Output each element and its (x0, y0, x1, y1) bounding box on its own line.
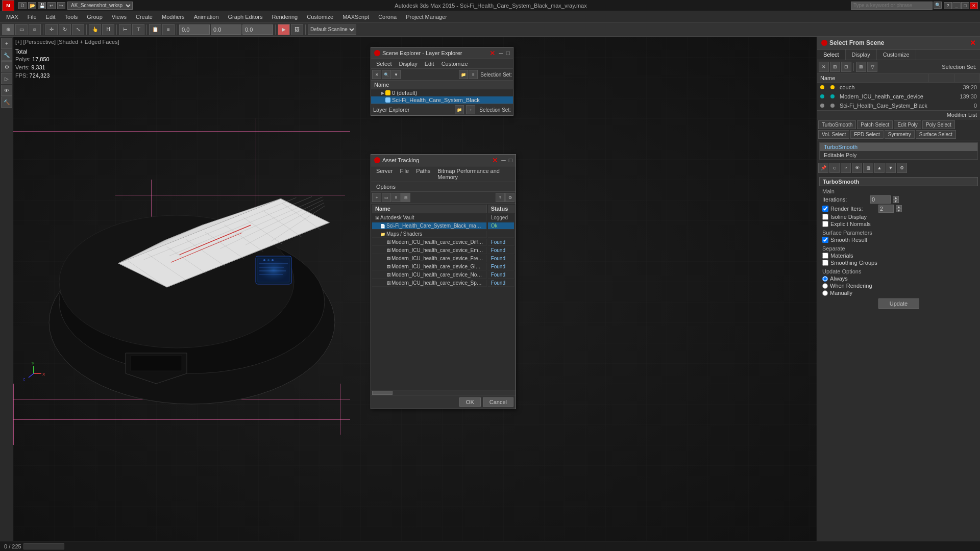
ts-iter-down[interactable]: ▼ (893, 199, 899, 203)
minimize-btn[interactable]: _ (952, 2, 961, 9)
table-row[interactable]: 🏛Autodesk Vault Logged (372, 214, 514, 221)
select-from-scene-btn[interactable]: 👆 (89, 24, 101, 35)
menu-project-manager[interactable]: Project Manager (402, 13, 451, 21)
help-btn[interactable]: ? (944, 2, 952, 9)
at-menu-server[interactable]: Server (373, 167, 396, 181)
mod-pin-btn[interactable]: 📌 (818, 163, 828, 173)
menu-edit[interactable]: Edit (42, 13, 60, 21)
mod-copy-btn[interactable]: C (829, 163, 840, 173)
at-max-btn[interactable]: □ (509, 157, 512, 164)
motion-btn[interactable]: ▷ (1, 73, 12, 84)
menu-file[interactable]: File (23, 13, 41, 21)
poly-select-btn[interactable]: Poly Select (922, 120, 955, 129)
table-row[interactable]: 🖼Modern_ICU_health_care_device_Diffuse..… (372, 239, 514, 246)
select-region-btn[interactable]: ▭ (15, 24, 28, 35)
at-tool4[interactable]: ⊞ (401, 193, 410, 202)
modifier-stack-item-editable-poly[interactable]: Editable Poly (820, 151, 977, 159)
ts-update-button[interactable]: Update (878, 298, 919, 309)
list-item[interactable]: Sci-Fi_Health_Care_System_Black 0 (817, 101, 980, 110)
menu-corona[interactable]: Corona (374, 13, 401, 21)
modify-panel-btn[interactable]: 🔧 (1, 49, 12, 61)
se-search-tool[interactable]: 🔍 (382, 70, 391, 79)
ts-explicit-check[interactable] (822, 221, 828, 227)
workspace-selector[interactable]: AK_Screenshot_wrksp (67, 2, 133, 10)
layer-manager-btn[interactable]: 📋 (149, 24, 161, 35)
maximize-btn[interactable]: □ (961, 2, 969, 9)
at-settings[interactable]: ⚙ (505, 193, 514, 202)
at-tool3[interactable]: ≡ (391, 193, 401, 202)
se-expand-arrow[interactable]: ▶ (381, 91, 384, 95)
menu-rendering[interactable]: Rendering (267, 13, 302, 21)
toolbar-new[interactable]: 🗋 (18, 2, 27, 9)
close-btn[interactable]: ✕ (970, 2, 978, 9)
se-footer-tool1[interactable]: 📁 (455, 105, 464, 114)
sfs-tab-display[interactable]: Display (846, 49, 877, 60)
toolbar-open[interactable]: 📂 (28, 2, 36, 9)
menu-max[interactable]: MAX (2, 13, 22, 21)
toolbar-undo[interactable]: ↩ (47, 2, 56, 9)
at-scrollbar-thumb[interactable] (372, 391, 393, 395)
menu-maxscript[interactable]: MAXScript (338, 13, 373, 21)
vol-select-btn[interactable]: Vol. Select (818, 130, 849, 139)
patch-select-btn[interactable]: Patch Select (857, 120, 893, 129)
ts-isoline-check[interactable] (822, 214, 828, 220)
utilities-btn[interactable]: 🔨 (1, 96, 12, 108)
list-item[interactable]: couch 39:20 (817, 83, 980, 92)
table-row[interactable]: 📁Maps / Shaders (372, 231, 514, 238)
ts-when-rendering-radio[interactable] (822, 283, 828, 289)
menu-modifiers[interactable]: Modifiers (158, 13, 189, 21)
modifier-stack-item-turbosmooth[interactable]: TurboSmooth (820, 143, 977, 151)
at-help[interactable]: ? (496, 193, 505, 202)
menu-group[interactable]: Group (83, 13, 107, 21)
hierarchy-btn[interactable]: ⚙ (1, 61, 12, 72)
se-list-tool[interactable]: ≡ (469, 70, 478, 79)
select-object-btn[interactable]: ⊕ (2, 24, 14, 35)
sfs-tab-select[interactable]: Select (817, 49, 846, 60)
se-min-btn[interactable]: ─ (499, 49, 503, 57)
se-max-btn[interactable]: □ (506, 49, 510, 57)
toolbar-redo[interactable]: ↪ (57, 2, 65, 9)
turbosmooth-btn[interactable]: TurboSmooth (818, 120, 856, 129)
table-row[interactable]: 🖼Modern_ICU_health_care_device_Fresnel..… (372, 255, 514, 262)
mod-delete-btn[interactable]: 🗑 (863, 163, 873, 173)
coord-y[interactable] (211, 24, 241, 35)
se-close-tool[interactable]: ✕ (372, 70, 381, 79)
table-row[interactable]: 🖼Modern_ICU_health_care_device_Glossine.… (372, 263, 514, 270)
search-input[interactable] (851, 2, 933, 10)
sfs-tool-none[interactable]: ⊡ (841, 62, 851, 72)
menu-create[interactable]: Create (132, 13, 157, 21)
se-filter-tool[interactable]: ▼ (391, 70, 401, 79)
se-row-default[interactable]: ▶ 0 (default) (371, 89, 513, 96)
rotate-btn[interactable]: ↻ (59, 24, 71, 35)
se-menu-edit[interactable]: Edit (422, 60, 437, 67)
ts-iterations-input[interactable] (870, 195, 891, 204)
table-row[interactable]: 📄Sci-Fi_Health_Care_System_Black_max_vra… (372, 222, 514, 230)
at-ok-button[interactable]: OK (459, 397, 481, 407)
ts-iter-up[interactable]: ▲ (893, 196, 899, 199)
move-btn[interactable]: ✛ (45, 24, 58, 35)
at-scrollbar[interactable] (371, 390, 516, 395)
menu-tools[interactable]: Tools (61, 13, 82, 21)
mirror-btn[interactable]: ⊢ (119, 24, 131, 35)
at-menu-paths[interactable]: Paths (413, 167, 433, 181)
mod-toggle-btn[interactable]: 👁 (852, 163, 862, 173)
ts-render-iters-check[interactable] (822, 206, 828, 212)
fpd-select-btn[interactable]: FPD Select (850, 130, 884, 139)
toolbar-save[interactable]: 💾 (38, 2, 46, 9)
at-menu-file[interactable]: File (397, 167, 412, 181)
sfs-tool-all[interactable]: ⊞ (830, 62, 840, 72)
edit-poly-btn[interactable]: Edit Poly (894, 120, 921, 129)
quick-render-btn[interactable]: 🖼 (291, 24, 303, 35)
se-menu-display[interactable]: Display (396, 60, 421, 67)
ts-render-iters-input[interactable] (878, 205, 894, 213)
menu-graph-editors[interactable]: Graph Editors (224, 13, 267, 21)
ts-riter-down[interactable]: ▼ (896, 209, 902, 212)
table-row[interactable]: 🖼Modern_ICU_health_care_device_Emissive.… (372, 247, 514, 254)
se-menu-customize[interactable]: Customize (438, 60, 471, 67)
at-tool1[interactable]: + (372, 193, 381, 202)
render-btn[interactable]: ▶ (278, 24, 290, 35)
sfs-close-btn[interactable]: ✕ (970, 39, 976, 47)
render-setup[interactable]: Default Scanline (308, 24, 356, 35)
table-row[interactable]: 🖼Modern_ICU_health_care_device_Specular.… (372, 280, 514, 287)
create-panel-btn[interactable]: + (1, 38, 12, 49)
